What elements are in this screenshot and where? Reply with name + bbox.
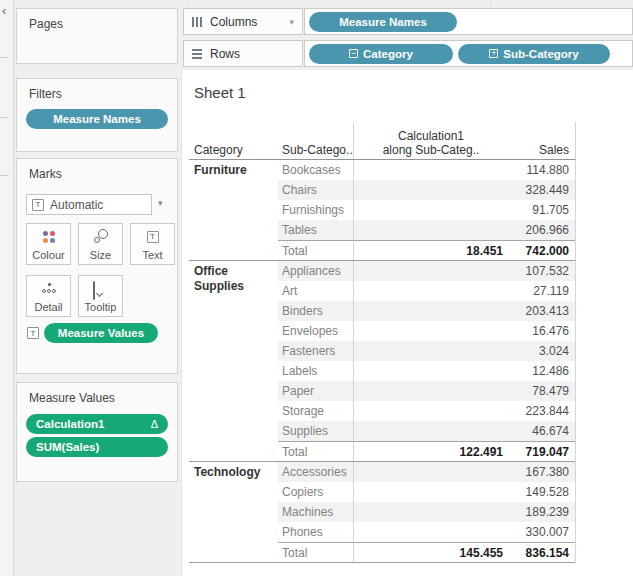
calc-value-cell[interactable]	[353, 341, 508, 361]
calc-value-cell[interactable]	[353, 421, 508, 441]
measure-values-panel[interactable]: Measure Values Calculation1ΔSUM(Sales)	[16, 382, 178, 482]
subcategory-row-header[interactable]: Furnishings	[278, 200, 353, 220]
sales-value-cell[interactable]: 27.119	[508, 281, 575, 301]
text-encoding-icon[interactable]: T	[27, 327, 39, 339]
detail-button[interactable]: Detail	[26, 275, 71, 317]
subcategory-row-header[interactable]: Chairs	[278, 180, 353, 200]
sales-value-cell[interactable]: 167.380	[508, 462, 575, 482]
subcategory-row-header[interactable]: Accessories	[278, 462, 353, 482]
sales-value-cell[interactable]: 3.024	[508, 341, 575, 361]
calc-value-cell[interactable]	[353, 301, 508, 321]
sales-value-cell[interactable]: 16.476	[508, 321, 575, 341]
subcategory-row-header[interactable]: Bookcases	[278, 160, 353, 180]
measure-values-pill[interactable]: Calculation1Δ	[26, 414, 168, 434]
sales-value-cell[interactable]: 223.844	[508, 401, 575, 421]
sales-value-cell[interactable]: 149.528	[508, 482, 575, 502]
columns-shelf-label: Columns	[210, 15, 257, 29]
category-row-header[interactable]: Furniture	[189, 160, 278, 260]
subcategory-row-header[interactable]: Art	[278, 281, 353, 301]
expand-plus-icon[interactable]: +	[489, 49, 498, 58]
rows-pill-subcategory[interactable]: +Sub-Category	[458, 44, 610, 64]
total-row-header[interactable]: Total	[278, 441, 353, 461]
rows-pill-category[interactable]: −Category	[309, 44, 453, 64]
subcategory-column-header[interactable]: Sub-Catego..	[278, 122, 353, 159]
subcategory-row-header[interactable]: Storage	[278, 401, 353, 421]
total-sales-value-cell[interactable]: 719.047	[508, 441, 575, 461]
total-calc-value-cell[interactable]: 145.455	[353, 542, 508, 562]
calc-value-cell[interactable]	[353, 502, 508, 522]
subcategory-row-header[interactable]: Binders	[278, 301, 353, 321]
rows-shelf-label-box[interactable]: Rows	[183, 40, 303, 67]
subcategory-row-header[interactable]: Phones	[278, 522, 353, 542]
category-group: FurnitureBookcases114.880Chairs328.449Fu…	[189, 160, 575, 261]
total-calc-value-cell[interactable]: 122.491	[353, 441, 508, 461]
subcategory-row-header[interactable]: Fasteners	[278, 341, 353, 361]
sales-value-cell[interactable]: 203.413	[508, 301, 575, 321]
columns-pill-measure-names[interactable]: Measure Names	[309, 12, 457, 32]
total-sales-value-cell[interactable]: 742.000	[508, 240, 575, 260]
calc-value-cell[interactable]	[353, 220, 508, 240]
sales-value-cell[interactable]: 114.880	[508, 160, 575, 180]
sales-column-header[interactable]: Sales	[508, 122, 575, 159]
filters-panel[interactable]: Filters Measure Names	[16, 78, 178, 152]
category-column-header[interactable]: Category	[189, 122, 278, 159]
sales-value-cell[interactable]: 91.705	[508, 200, 575, 220]
subcategory-row-header[interactable]: Paper	[278, 381, 353, 401]
chevron-down-icon[interactable]: ▾	[158, 198, 163, 208]
total-row-header[interactable]: Total	[278, 240, 353, 260]
collapsed-data-pane-rail[interactable]: ‹	[0, 0, 14, 576]
sales-value-cell[interactable]: 330.007	[508, 522, 575, 542]
calc-value-cell[interactable]	[353, 361, 508, 381]
toolbar-divider	[490, 0, 491, 5]
sales-value-cell[interactable]: 12.486	[508, 361, 575, 381]
sales-value-cell[interactable]: 189.239	[508, 502, 575, 522]
subcategory-row-header[interactable]: Labels	[278, 361, 353, 381]
sales-value-cell[interactable]: 78.479	[508, 381, 575, 401]
category-row-header[interactable]: Office Supplies	[189, 261, 278, 461]
mark-type-dropdown[interactable]: T Automatic	[26, 194, 152, 215]
measure-values-pill[interactable]: SUM(Sales)	[26, 437, 168, 457]
subcategory-row-header[interactable]: Envelopes	[278, 321, 353, 341]
calc-value-cell[interactable]	[353, 401, 508, 421]
calc-value-cell[interactable]	[353, 180, 508, 200]
rows-shelf[interactable]: −Category+Sub-Category	[304, 40, 633, 67]
calc-value-cell[interactable]	[353, 482, 508, 502]
collapse-pane-icon[interactable]: ‹	[2, 3, 6, 18]
calc-value-cell[interactable]	[353, 261, 508, 281]
sales-value-cell[interactable]: 328.449	[508, 180, 575, 200]
calc-value-cell[interactable]	[353, 200, 508, 220]
tooltip-button[interactable]: Tooltip	[78, 275, 123, 317]
subcategory-row-header[interactable]: Copiers	[278, 482, 353, 502]
sales-value-cell[interactable]: 206.966	[508, 220, 575, 240]
total-sales-value-cell[interactable]: 836.154	[508, 542, 575, 562]
calculation-column-header[interactable]: Calculation1 along Sub-Categ..	[353, 122, 508, 159]
calc-value-cell[interactable]	[353, 321, 508, 341]
calc-value-cell[interactable]	[353, 522, 508, 542]
calc-value-cell[interactable]	[353, 462, 508, 482]
subcategory-row-header[interactable]: Supplies	[278, 421, 353, 441]
marks-panel[interactable]: Marks T Automatic ▾ ColourSizeTTextDetai…	[16, 158, 178, 374]
calc-value-cell[interactable]	[353, 281, 508, 301]
measure-values-encoding-pill[interactable]: Measure Values	[44, 323, 158, 343]
text-button[interactable]: TText	[130, 223, 175, 265]
calc-value-cell[interactable]	[353, 160, 508, 180]
sales-value-cell[interactable]: 107.532	[508, 261, 575, 281]
calc-value-cell[interactable]	[353, 381, 508, 401]
subcategory-row-header[interactable]: Machines	[278, 502, 353, 522]
pages-panel[interactable]: Pages	[16, 8, 178, 64]
category-row-header[interactable]: Technology	[189, 462, 278, 562]
sales-value-cell[interactable]: 46.674	[508, 421, 575, 441]
columns-shelf[interactable]: Measure Names	[304, 8, 633, 35]
total-row-header[interactable]: Total	[278, 542, 353, 562]
colour-button[interactable]: Colour	[26, 223, 71, 265]
size-button[interactable]: Size	[78, 223, 123, 265]
total-calc-value-cell[interactable]: 18.451	[353, 240, 508, 260]
collapse-minus-icon[interactable]: −	[349, 49, 358, 58]
rows-shelf-label: Rows	[210, 47, 240, 61]
columns-shelf-label-box[interactable]: Columns ▾	[183, 8, 303, 35]
chevron-down-icon[interactable]: ▾	[289, 17, 294, 27]
tooltip-bubble	[93, 281, 95, 300]
filter-pill-measure-names[interactable]: Measure Names	[26, 109, 168, 129]
subcategory-row-header[interactable]: Appliances	[278, 261, 353, 281]
subcategory-row-header[interactable]: Tables	[278, 220, 353, 240]
